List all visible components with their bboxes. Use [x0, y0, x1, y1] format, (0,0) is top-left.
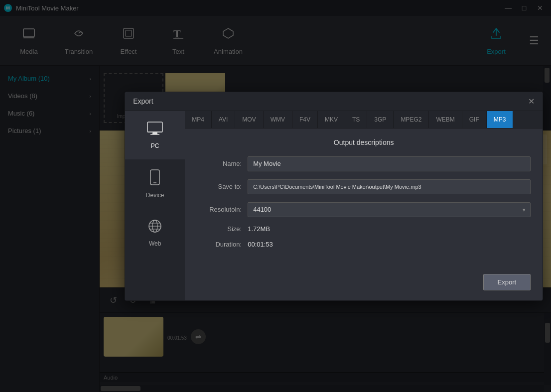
- format-tab-f4v[interactable]: F4V: [292, 111, 318, 128]
- duration-value: 00:01:53: [248, 241, 273, 248]
- duration-label: Duration:: [197, 241, 242, 248]
- name-input[interactable]: [248, 156, 531, 171]
- svg-rect-8: [147, 122, 162, 132]
- format-tab-mp3[interactable]: MP3: [487, 111, 514, 128]
- dialog-right-panel: MP4 AVI MOV WMV F4V MKV TS 3GP MPEG2 WEB…: [185, 111, 543, 300]
- format-tab-mov[interactable]: MOV: [235, 111, 263, 128]
- format-tab-wmv[interactable]: WMV: [264, 111, 292, 128]
- format-tab-3gp[interactable]: 3GP: [367, 111, 394, 128]
- resolution-select-wrap: 44100 22050 11025 ▾: [248, 202, 531, 217]
- dialog-nav-label-pc: PC: [151, 142, 159, 149]
- export-btn-row: Export: [185, 266, 543, 298]
- export-dialog: Export ✕ PC Device: [125, 92, 543, 301]
- dialog-header: Export ✕: [125, 92, 543, 111]
- format-tab-webm[interactable]: WEBM: [429, 111, 462, 128]
- save-to-label: Save to:: [197, 183, 242, 190]
- format-tab-ts[interactable]: TS: [345, 111, 367, 128]
- format-tab-mp4[interactable]: MP4: [185, 111, 212, 128]
- export-button[interactable]: Export: [483, 274, 531, 290]
- web-icon: [147, 219, 162, 237]
- dialog-close-button[interactable]: ✕: [528, 97, 535, 106]
- save-to-value[interactable]: C:\Users\PC\Documents\MiniTool Movie Mak…: [248, 179, 531, 194]
- dialog-nav-web[interactable]: Web: [125, 209, 185, 257]
- format-tab-mkv[interactable]: MKV: [318, 111, 345, 128]
- resolution-label: Resolutoin:: [197, 206, 242, 213]
- field-row-save-to: Save to: C:\Users\PC\Documents\MiniTool …: [197, 179, 531, 194]
- field-row-resolution: Resolutoin: 44100 22050 11025 ▾: [197, 202, 531, 217]
- size-value: 1.72MB: [248, 225, 270, 233]
- dialog-title: Export: [133, 97, 153, 105]
- format-tab-gif[interactable]: GIF: [462, 111, 487, 128]
- dialog-body: PC Device Web MP: [125, 111, 543, 300]
- size-label: Size:: [197, 225, 242, 233]
- device-icon: [149, 169, 160, 189]
- field-row-name: Name:: [197, 156, 531, 171]
- dialog-nav-pc[interactable]: PC: [125, 111, 185, 159]
- dialog-left-nav: PC Device Web: [125, 111, 185, 300]
- output-desc-title: Output descriptions: [197, 138, 531, 146]
- field-row-size: Size: 1.72MB: [197, 225, 531, 233]
- format-tabs: MP4 AVI MOV WMV F4V MKV TS 3GP MPEG2 WEB…: [185, 111, 543, 129]
- format-tab-avi[interactable]: AVI: [212, 111, 235, 128]
- field-row-duration: Duration: 00:01:53: [197, 241, 531, 248]
- format-tab-mpeg2[interactable]: MPEG2: [394, 111, 429, 128]
- dialog-overlay: Export ✕ PC Device: [0, 0, 551, 392]
- name-label: Name:: [197, 160, 242, 167]
- resolution-select[interactable]: 44100 22050 11025: [248, 202, 531, 217]
- pc-icon: [146, 121, 163, 139]
- dialog-nav-label-device: Device: [146, 192, 164, 199]
- dialog-nav-device[interactable]: Device: [125, 159, 185, 209]
- output-descriptions: Output descriptions Name: Save to: C:\Us…: [185, 129, 543, 266]
- dialog-nav-label-web: Web: [149, 240, 161, 247]
